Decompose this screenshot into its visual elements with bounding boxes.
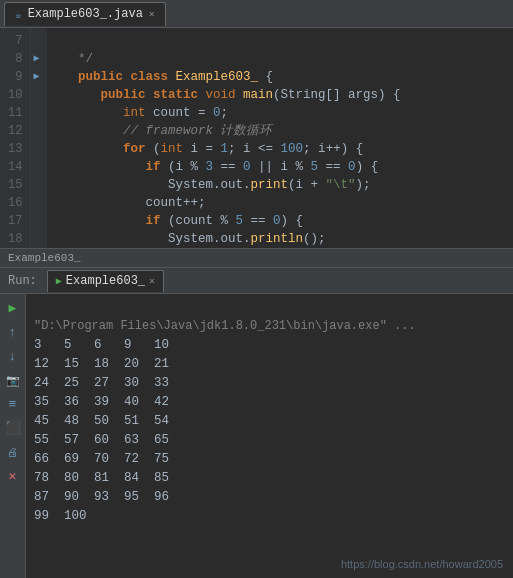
run-tab-close-icon[interactable]: ✕	[149, 275, 155, 287]
code-area: 7 8 9 10 11 12 13 14 15 16 17 18 19 ▶ ▶	[0, 28, 513, 248]
run-tab-label: Example603_	[66, 274, 145, 288]
run-label: Run:	[4, 274, 41, 288]
run-camera-button[interactable]: 📷	[3, 370, 23, 390]
run-tab-icon: ▶	[56, 275, 62, 287]
breadcrumb-bar: Example603_	[0, 248, 513, 268]
run-tab[interactable]: ▶ Example603_ ✕	[47, 270, 164, 292]
code-content[interactable]: */ public class Example603_ { public sta…	[47, 28, 513, 248]
code-editor: 7 8 9 10 11 12 13 14 15 16 17 18 19 ▶ ▶	[0, 28, 513, 248]
run-down-button[interactable]: ↓	[3, 346, 23, 366]
run-tab-bar: Run: ▶ Example603_ ✕	[0, 268, 513, 294]
breadcrumb-text: Example603_	[8, 252, 81, 264]
line-numbers: 7 8 9 10 11 12 13 14 15 16 17 18 19	[0, 28, 31, 248]
run-panel: Run: ▶ Example603_ ✕ ▶ ↑ ↓ 📷 ≡ ⬛ 🖨 ✕ "D:…	[0, 268, 513, 578]
run-up-button[interactable]: ↑	[3, 322, 23, 342]
line-arrows: ▶ ▶	[31, 28, 47, 248]
tab-bar: ☕ Example603_.java ✕	[0, 0, 513, 28]
java-icon: ☕	[15, 8, 22, 21]
run-toolbar: ▶ ↑ ↓ 📷 ≡ ⬛ 🖨 ✕	[0, 294, 26, 578]
run-cmd-line: "D:\Program Files\Java\jdk1.8.0_231\bin\…	[34, 319, 416, 333]
tab-close-icon[interactable]: ✕	[149, 8, 155, 20]
run-stop-button[interactable]: ⬛	[3, 418, 23, 438]
tab-label: Example603_.java	[28, 7, 143, 21]
editor-tab[interactable]: ☕ Example603_.java ✕	[4, 2, 166, 26]
run-print-button[interactable]: 🖨	[3, 442, 23, 462]
run-play-button[interactable]: ▶	[3, 298, 23, 318]
run-output: "D:\Program Files\Java\jdk1.8.0_231\bin\…	[26, 294, 513, 578]
watermark: https://blog.csdn.net/howard2005	[341, 558, 503, 570]
run-menu-button[interactable]: ≡	[3, 394, 23, 414]
run-close-button[interactable]: ✕	[3, 466, 23, 486]
run-content-wrapper: ▶ ↑ ↓ 📷 ≡ ⬛ 🖨 ✕ "D:\Program Files\Java\j…	[0, 294, 513, 578]
